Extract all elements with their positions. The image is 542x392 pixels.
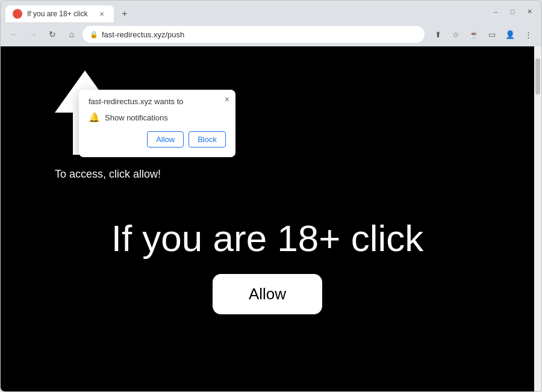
tab-strip: If you are 18+ click ✕ + (5, 1, 488, 22)
age-text: If you are 18+ click (1, 217, 534, 260)
bookmark-icon[interactable]: ☆ (447, 26, 464, 43)
url-text: fast-redirectus.xyz/push (102, 30, 417, 39)
notification-actions: Allow Block (89, 131, 226, 148)
window-controls: – □ ✕ (488, 4, 537, 19)
notification-block-button[interactable]: Block (188, 131, 226, 148)
content-area: To access, click allow! If you are 18+ c… (1, 46, 541, 391)
tab-close-button[interactable]: ✕ (97, 9, 107, 19)
access-text: To access, click allow! (55, 168, 161, 181)
close-button[interactable]: ✕ (522, 4, 537, 19)
notification-label: Show notifications (105, 113, 168, 122)
address-input[interactable]: 🔒 fast-redirectus.xyz/push (83, 26, 425, 43)
new-tab-button[interactable]: + (116, 5, 133, 22)
notification-row: 🔔 Show notifications (89, 112, 226, 123)
profile-icon[interactable]: 👤 (502, 26, 519, 43)
share-icon[interactable]: ⬆ (429, 26, 446, 43)
address-bar: ← → ↻ ⌂ 🔒 fast-redirectus.xyz/push ⬆ ☆ ☕… (1, 22, 541, 46)
menu-icon[interactable]: ⋮ (520, 26, 537, 43)
split-view-icon[interactable]: ▭ (484, 26, 500, 43)
home-button[interactable]: ⌂ (63, 26, 80, 43)
notification-allow-button[interactable]: Allow (147, 131, 184, 148)
scrollbar-thumb[interactable] (535, 58, 540, 95)
chrome-window: If you are 18+ click ✕ + – □ ✕ ← → ↻ ⌂ 🔒… (0, 0, 542, 392)
extensions-icon[interactable]: ☕ (466, 26, 482, 43)
toolbar-icons: ⬆ ☆ ☕ ▭ 👤 ⋮ (429, 26, 537, 43)
allow-button[interactable]: Allow (213, 274, 322, 314)
tab-title: If you are 18+ click (27, 10, 92, 18)
active-tab[interactable]: If you are 18+ click ✕ (5, 5, 114, 22)
refresh-button[interactable]: ↻ (44, 26, 61, 43)
allow-btn-wrap: Allow (1, 274, 534, 314)
minimize-button[interactable]: – (488, 4, 503, 19)
tab-favicon (13, 9, 22, 19)
page-content: To access, click allow! If you are 18+ c… (1, 46, 534, 391)
notification-close-button[interactable]: × (225, 95, 229, 104)
age-section: If you are 18+ click Allow (1, 193, 534, 314)
notification-title: fast-redirectus.xyz wants to (89, 97, 226, 106)
title-bar: If you are 18+ click ✕ + – □ ✕ (1, 1, 541, 22)
forward-button[interactable]: → (25, 26, 42, 43)
bell-icon: 🔔 (89, 112, 100, 123)
maximize-button[interactable]: □ (505, 4, 520, 19)
back-button[interactable]: ← (5, 26, 22, 43)
lock-icon: 🔒 (90, 31, 98, 39)
notification-popup: × fast-redirectus.xyz wants to 🔔 Show no… (79, 90, 235, 157)
scrollbar[interactable] (534, 46, 541, 391)
